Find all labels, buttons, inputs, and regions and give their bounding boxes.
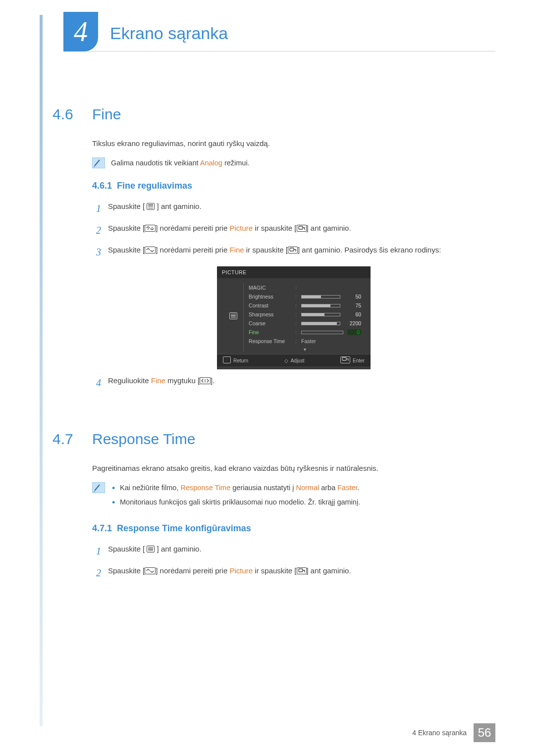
- step-1: 1 Spauskite [ ] ant gaminio.: [92, 200, 495, 217]
- osd-bar: [301, 304, 340, 307]
- step-2: 2 Spauskite [] norėdami pereiti prie Pic…: [92, 222, 495, 239]
- t: ir spauskite [: [253, 224, 296, 232]
- osd-bar: [301, 331, 343, 334]
- note-text: Galima naudotis tik veikiant Analog reži…: [111, 157, 250, 169]
- enter-icon: [340, 356, 350, 363]
- enter-icon: [297, 567, 307, 574]
- t: Spauskite [: [108, 545, 145, 553]
- t: ] ant gaminio.: [307, 224, 351, 232]
- t: Spauskite [: [108, 566, 145, 575]
- step-number: 4: [92, 374, 101, 391]
- step-text: Spauskite [] norėdami pereiti prie Fine …: [108, 244, 495, 256]
- osd-value: 75: [344, 302, 361, 308]
- osd-bar: [301, 322, 340, 325]
- t: geriausia nustatyti į: [230, 484, 296, 492]
- t: Enter: [353, 358, 365, 363]
- t: Spauskite [: [108, 224, 145, 232]
- note-keyword: Analog: [200, 159, 222, 167]
- osd-left-column: [225, 283, 242, 320]
- osd-title: PICTURE: [217, 266, 371, 278]
- note-icon: [92, 157, 105, 168]
- section-4-6-heading: 4.6 Fine: [53, 106, 495, 123]
- note-bullet-2: Monitoriaus funkcijos gali skirtis prikl…: [111, 497, 360, 508]
- osd-body: MAGIC: Brightness: 50 Contrast: 75: [217, 278, 371, 354]
- keyword-faster: Faster: [337, 484, 357, 492]
- osd-label: Response Time: [249, 338, 291, 344]
- chapter-header: 4 Ekrano sąranka: [65, 15, 495, 51]
- section-4-6-body: Tikslus ekrano reguliavimas, norint gaut…: [92, 138, 495, 391]
- keyword-fine: Fine: [229, 246, 244, 254]
- note-icon: [92, 482, 105, 493]
- osd-footer-enter: Enter: [340, 357, 365, 364]
- section-4-7-heading: 4.7 Response Time: [53, 431, 495, 448]
- page-number: 56: [474, 723, 495, 742]
- t: Spauskite [: [108, 246, 145, 254]
- t: ir spauskite [: [244, 246, 288, 254]
- enter-icon: [288, 247, 298, 253]
- step-number: 1: [92, 543, 101, 559]
- subsection-title: Fine reguliavimas: [117, 181, 192, 191]
- adjust-icon: ◇: [284, 358, 288, 363]
- t: ] ant gaminio. Pasirodys šis ekrano rodi…: [298, 246, 441, 254]
- note: Galima naudotis tik veikiant Analog reži…: [92, 157, 495, 169]
- t: .: [358, 484, 360, 492]
- t: Return: [233, 358, 248, 363]
- menu-icon: [147, 203, 155, 210]
- t: Reguliuokite: [108, 376, 151, 385]
- t: ] ant gaminio.: [157, 545, 202, 553]
- svg-rect-2: [342, 357, 346, 360]
- osd-footer-return: Return: [223, 357, 248, 364]
- osd-value: 60: [344, 311, 361, 317]
- osd-label: Coarse: [249, 320, 291, 326]
- section-4-7-body: Pagreitinamas ekrano atsako greitis, kad…: [92, 462, 495, 581]
- osd-row-fine: Fine: 0: [249, 328, 361, 337]
- t: ] norėdami pereiti prie: [156, 246, 229, 254]
- keyword-picture: Picture: [229, 224, 253, 232]
- svg-rect-4: [299, 569, 303, 572]
- keyword-response-time: Response Time: [181, 484, 231, 492]
- osd-row-contrast: Contrast: 75: [249, 301, 361, 310]
- osd-row-response-time: Response Time: Faster: [249, 337, 361, 346]
- step-text: Spauskite [] norėdami pereiti prie Pictu…: [108, 564, 495, 577]
- osd-label: Brightness: [249, 294, 291, 300]
- menu-icon: [229, 312, 237, 319]
- t: mygtuku [: [165, 376, 200, 385]
- section-title: Response Time: [92, 431, 195, 448]
- enter-icon: [297, 225, 307, 232]
- intro-paragraph: Tikslus ekrano reguliavimas, norint gaut…: [92, 138, 495, 150]
- svg-rect-1: [290, 248, 294, 251]
- t: ] ant gaminio.: [157, 202, 202, 210]
- subsection-number: 4.7.1: [92, 523, 112, 533]
- step-number: 3: [92, 244, 101, 260]
- step-4: 4 Reguliuokite Fine mygtuku [].: [92, 374, 495, 391]
- step-3: 3 Spauskite [] norėdami pereiti prie Fin…: [92, 244, 495, 260]
- intro-paragraph: Pagreitinamas ekrano atsako greitis, kad…: [92, 462, 495, 474]
- subsection-4-7-1-heading: 4.7.1 Response Time konfigūravimas: [92, 523, 495, 534]
- osd-footer: Return ◇Adjust Enter: [217, 354, 371, 366]
- keyword-normal: Normal: [296, 484, 319, 492]
- osd-value: 2200: [344, 320, 361, 326]
- osd-down-arrow-icon: ▾: [249, 347, 361, 352]
- chapter-title: Ekrano sąranka: [110, 17, 495, 43]
- t: ] ant gaminio.: [307, 566, 351, 575]
- osd-right-column: MAGIC: Brightness: 50 Contrast: 75: [243, 283, 361, 352]
- step-text: Spauskite [] norėdami pereiti prie Pictu…: [108, 222, 495, 235]
- chapter-number-badge: 4: [63, 12, 98, 51]
- t: Adjust: [291, 358, 305, 363]
- osd-row-magic: MAGIC:: [249, 283, 361, 292]
- step-text: Spauskite [ ] ant gaminio.: [108, 200, 495, 213]
- up-down-icon: [145, 247, 156, 253]
- up-down-icon: [145, 567, 156, 574]
- subsection-number: 4.6.1: [92, 181, 112, 191]
- section-title: Fine: [92, 106, 121, 123]
- note-pre: Galima naudotis tik veikiant: [111, 159, 200, 167]
- t: Kai nežiūrite filmo,: [120, 484, 181, 492]
- step-1: 1 Spauskite [ ] ant gaminio.: [92, 543, 495, 559]
- osd-label-highlight: Fine: [249, 329, 291, 335]
- note-bullet-1: Kai nežiūrite filmo, Response Time geria…: [111, 482, 360, 494]
- subsection-4-6-1-heading: 4.6.1 Fine reguliavimas: [92, 181, 495, 191]
- footer-text: 4 Ekrano sąranka: [412, 729, 467, 737]
- t: ] norėdami pereiti prie: [156, 224, 229, 232]
- step-number: 2: [92, 222, 101, 239]
- osd-value: 50: [344, 294, 361, 300]
